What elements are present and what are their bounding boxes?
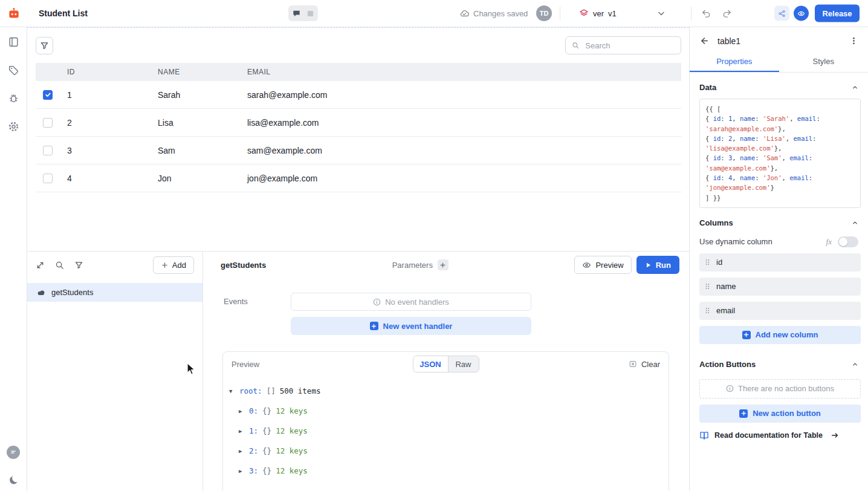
help-chat-button[interactable] <box>7 446 20 459</box>
tree-key: root: <box>239 386 262 395</box>
check-icon <box>45 91 51 98</box>
tree-key: 2: <box>249 446 258 455</box>
debug-nav-button[interactable] <box>8 93 19 104</box>
read-documentation-link[interactable]: Read documentation for Table <box>699 431 839 440</box>
undo-button[interactable] <box>701 8 711 19</box>
add-parameter-button[interactable] <box>438 259 449 270</box>
query-title[interactable]: getStudents <box>221 261 266 270</box>
pin-panel-button[interactable] <box>36 261 45 270</box>
drag-handle-icon[interactable] <box>705 258 710 266</box>
comment-mode-button[interactable] <box>290 7 302 19</box>
drag-handle-icon[interactable] <box>705 282 710 290</box>
play-icon <box>645 262 652 268</box>
preview-button-label: Preview <box>595 261 623 270</box>
settings-nav-button[interactable] <box>8 121 19 132</box>
release-button[interactable]: Release <box>815 5 860 22</box>
cell-email: sarah@example.com <box>242 90 681 100</box>
topbar-divider-2 <box>691 7 691 20</box>
drag-handle-icon[interactable] <box>705 307 710 314</box>
version-selector[interactable]: ver v1 <box>579 8 617 18</box>
tag-nav-button[interactable] <box>8 65 19 76</box>
header-email[interactable]: EMAIL <box>242 68 681 76</box>
clear-response-button[interactable]: Clear <box>629 360 660 369</box>
no-action-buttons-label: There are no action buttons <box>738 384 834 393</box>
back-button[interactable] <box>699 36 710 46</box>
search-input[interactable] <box>584 41 675 51</box>
run-button[interactable]: Run <box>636 256 679 274</box>
appsmith-logo[interactable] <box>0 0 27 27</box>
cell-name: Sarah <box>153 90 242 100</box>
add-query-button[interactable]: Add <box>153 256 194 274</box>
tab-raw[interactable]: Raw <box>449 356 479 372</box>
table-filter-button[interactable] <box>36 37 53 54</box>
column-row[interactable]: email <box>699 302 861 320</box>
redo-button[interactable] <box>722 8 732 19</box>
tree-item-row[interactable]: ▶ 3: {} 12 keys <box>229 461 669 481</box>
pages-nav-button[interactable] <box>8 36 19 48</box>
tree-item-row[interactable]: ▶ 0: {} 12 keys <box>229 401 669 421</box>
filter-queries-button[interactable] <box>74 261 83 270</box>
row-checkbox[interactable] <box>43 146 53 155</box>
tree-item-row[interactable]: ▶ 2: {} 12 keys <box>229 441 669 461</box>
clear-label: Clear <box>641 360 660 369</box>
section-action-buttons-header[interactable]: Action Buttons <box>690 344 868 374</box>
column-row[interactable]: id <box>699 253 861 272</box>
table-row[interactable]: 2 Lisa lisa@example.com <box>36 109 681 137</box>
table-row[interactable]: 4 Jon jon@example.com <box>36 164 681 192</box>
no-event-handlers-label: No event handlers <box>385 298 449 307</box>
row-checkbox[interactable] <box>43 118 53 128</box>
tree-key: 3: <box>249 466 258 475</box>
section-data-header[interactable]: Data <box>690 73 868 97</box>
row-checkbox[interactable] <box>43 174 53 183</box>
fx-icon[interactable]: fx <box>826 237 832 247</box>
preview-mode-button[interactable] <box>794 6 809 21</box>
canvas-mode-button[interactable] <box>304 7 316 19</box>
avatar[interactable]: TD <box>536 5 552 21</box>
parameters-label: Parameters <box>392 261 433 270</box>
columns-list: id name <box>690 253 868 320</box>
bottom-panel: Add getStudents getStudents Parameters <box>27 251 689 491</box>
column-row[interactable]: name <box>699 278 861 296</box>
tab-json[interactable]: JSON <box>413 356 449 372</box>
tag-icon <box>8 65 19 76</box>
table-row[interactable]: 1 Sarah sarah@example.com <box>36 81 681 109</box>
query-list-item[interactable]: getStudents <box>27 283 202 302</box>
chevron-down-icon[interactable] <box>656 8 666 18</box>
query-editor-header: getStudents Parameters Preview Run <box>203 252 689 278</box>
dynamic-column-toggle[interactable] <box>838 236 858 247</box>
data-code-editor[interactable]: {{ [ { id: 1, name: 'Sarah', email:'sara… <box>699 99 861 208</box>
tab-properties[interactable]: Properties <box>690 52 779 72</box>
cell-email: lisa@example.com <box>242 118 681 128</box>
new-event-handler-button[interactable]: New event handler <box>291 317 531 335</box>
add-new-column-button[interactable]: Add new column <box>699 326 861 344</box>
tab-styles[interactable]: Styles <box>779 52 868 72</box>
header-id[interactable]: ID <box>62 68 153 76</box>
canvas: ID NAME EMAIL 1 Sarah sarah@example.com <box>27 27 689 251</box>
tree-item-row[interactable]: ▶ 1: {} 12 keys <box>229 421 669 441</box>
row-checkbox[interactable] <box>43 90 53 100</box>
filter-icon <box>40 41 49 50</box>
moon-icon <box>8 475 19 485</box>
eye-icon <box>582 261 591 270</box>
info-icon <box>726 385 734 392</box>
json-tree: ▼ root: [] 500 items ▶ 0: {} 12 keys <box>223 376 669 481</box>
table-row[interactable]: 3 Sam sam@example.com <box>36 137 681 164</box>
preview-button[interactable]: Preview <box>574 256 631 274</box>
query-name: getStudents <box>51 288 93 297</box>
rail-bottom-group <box>7 446 20 485</box>
tree-root-row[interactable]: ▼ root: [] 500 items <box>229 381 669 401</box>
cell-id: 2 <box>62 118 153 128</box>
tree-key: 0: <box>249 406 258 415</box>
kebab-menu-button[interactable] <box>849 36 858 45</box>
new-action-button[interactable]: New action button <box>699 405 861 423</box>
theme-toggle-button[interactable] <box>8 475 19 485</box>
topbar: Student List Changes saved TD <box>0 0 868 27</box>
table-widget-toolbar <box>36 36 681 54</box>
share-icon <box>778 9 786 18</box>
cell-email: sam@example.com <box>242 146 681 155</box>
header-name[interactable]: NAME <box>153 68 242 76</box>
share-button[interactable] <box>774 6 789 21</box>
widget-name-title[interactable]: table1 <box>717 36 740 46</box>
section-columns-header[interactable]: Columns <box>690 208 868 233</box>
search-queries-button[interactable] <box>55 261 64 270</box>
